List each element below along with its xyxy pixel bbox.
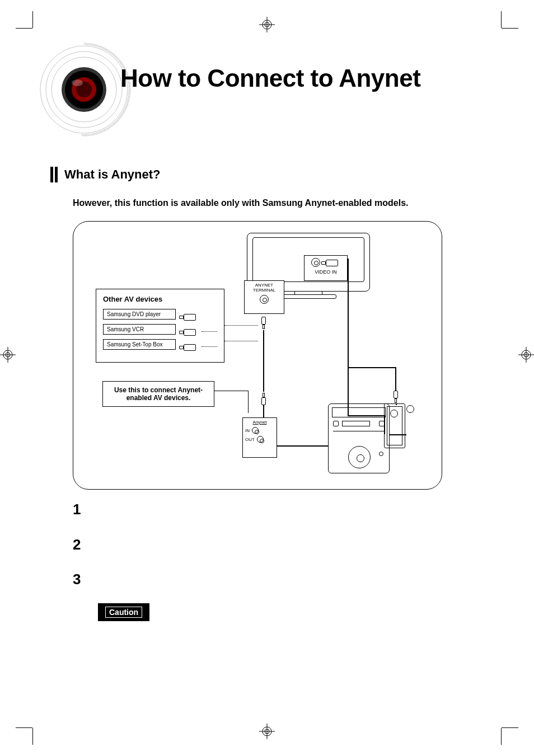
page-title: How to Connect to Anynet <box>120 64 420 92</box>
step-number-1: 1 <box>73 501 81 518</box>
cable-segment <box>348 259 349 415</box>
registration-mark-icon <box>259 724 275 739</box>
cable-plug-icon <box>393 391 399 404</box>
crop-mark <box>32 11 33 28</box>
anynet-terminal-label-1: ANYNET <box>245 283 284 288</box>
anynet-io-panel: Anynet IN OUT <box>242 417 277 458</box>
callout-line-1: Use this to connect Anynet- <box>109 386 208 394</box>
cable-segment <box>263 330 264 392</box>
anynet-terminal-panel: ANYNET TERMINAL <box>244 280 284 314</box>
section-header: What is Anynet? <box>50 167 161 182</box>
home-theater-unit-icon <box>328 403 390 473</box>
crop-mark <box>16 28 32 29</box>
crop-mark <box>502 28 518 29</box>
dotted-connection-line <box>202 346 217 347</box>
step-number-2: 2 <box>73 536 81 553</box>
callout-line-2: enabled AV devices. <box>109 394 208 402</box>
other-av-devices-box: Other AV devices Samsung DVD player Sams… <box>96 289 224 363</box>
scart-plug-icon <box>179 329 198 335</box>
av-item-vcr: Samsung VCR <box>103 324 176 335</box>
video-jack-icon <box>311 258 320 267</box>
section-bars-icon <box>50 167 58 182</box>
speaker-decoration-icon: 0101010101010101010101010101010101010101… <box>34 39 134 140</box>
section-heading: What is Anynet? <box>64 167 161 182</box>
caution-label: Caution <box>105 607 142 618</box>
scart-plug-icon <box>179 344 198 350</box>
jack-icon <box>257 436 264 443</box>
cable-segment <box>348 367 396 368</box>
connection-diagram: VIDEO IN ANYNET TERMINAL Other AV device… <box>73 221 442 490</box>
anynet-io-title: Anynet <box>245 420 274 425</box>
audio-jack-icon <box>321 260 340 265</box>
registration-mark-icon <box>518 347 534 363</box>
callout-box: Use this to connect Anynet- enabled AV d… <box>102 381 214 407</box>
dotted-connection-line <box>202 331 217 332</box>
crop-mark <box>501 11 502 28</box>
video-in-panel: VIDEO IN <box>304 255 348 281</box>
crop-mark <box>16 727 32 728</box>
anynet-in-label: IN <box>245 428 250 433</box>
cable-segment <box>263 405 264 417</box>
svg-point-23 <box>72 79 83 86</box>
cable-plug-icon <box>261 317 266 330</box>
other-av-title: Other AV devices <box>103 295 217 303</box>
registration-mark-icon <box>259 17 275 32</box>
cable-segment <box>395 367 396 391</box>
anynet-jack-icon <box>260 295 269 304</box>
caution-badge: Caution <box>98 603 149 621</box>
anynet-terminal-label-2: TERMINAL <box>245 288 284 293</box>
video-in-label: VIDEO IN <box>305 269 347 275</box>
callout-leader-line <box>214 391 248 391</box>
availability-note: However, this function is available only… <box>73 198 409 208</box>
callout-leader-line <box>248 391 249 413</box>
dotted-connection-line <box>224 341 258 341</box>
cable-plug-icon <box>261 392 266 405</box>
dotted-connection-line <box>224 325 258 326</box>
crop-mark <box>32 728 33 745</box>
port-icon <box>406 405 414 413</box>
av-item-stb: Samsung Set-Top Box <box>103 339 176 350</box>
scart-plug-icon <box>179 314 198 320</box>
av-item-dvd: Samsung DVD player <box>103 309 176 320</box>
registration-mark-icon <box>0 347 16 363</box>
crop-mark <box>502 727 518 728</box>
step-number-3: 3 <box>73 571 81 588</box>
jack-icon <box>252 427 259 434</box>
crop-mark <box>501 728 502 745</box>
subwoofer-icon <box>384 403 405 448</box>
anynet-out-label: OUT <box>245 437 255 442</box>
cable-segment <box>277 445 328 447</box>
